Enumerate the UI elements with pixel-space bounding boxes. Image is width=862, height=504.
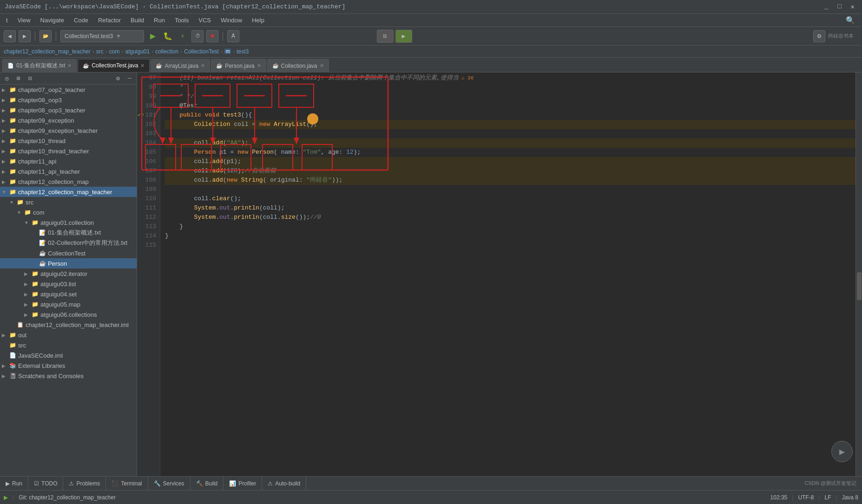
tree-chapter08b[interactable]: ▶ 📁 chapter08_oop3_teacher	[0, 105, 137, 115]
tree-file-txt2[interactable]: 📝 02-Collection中的常用方法.txt	[0, 238, 137, 248]
tree-chapter12b[interactable]: ▼ 📁 chapter12_collection_map_teacher	[0, 187, 137, 197]
camera-button[interactable]: ▶	[395, 30, 412, 43]
search-icon[interactable]: 🔍	[846, 16, 855, 25]
breadcrumb-com[interactable]: com	[109, 48, 120, 55]
line-num-106: 106	[137, 157, 156, 166]
bottom-tab-autobuild[interactable]: ⚠ Auto-build	[262, 477, 306, 491]
menu-refactor[interactable]: Refactor	[94, 16, 125, 25]
terminal-icon: ⬛	[112, 480, 118, 487]
tree-atguigu04[interactable]: ▶ 📁 atguigu04.set	[0, 289, 137, 299]
tree-chapter09b[interactable]: ▶ 📁 chapter09_exception_teacher	[0, 125, 137, 136]
tab-al-close[interactable]: ✕	[201, 63, 205, 69]
tree-atguigu02[interactable]: ▶ 📁 atguigu02.iterator	[0, 268, 137, 279]
scrollbar-vertical[interactable]	[855, 72, 862, 490]
tree-chapter08a[interactable]: ▶ 📁 chapter08_oop3	[0, 95, 137, 105]
menu-build[interactable]: Build	[127, 16, 148, 25]
menu-vcs[interactable]: VCS	[195, 16, 215, 25]
back-button[interactable]: ◀	[4, 30, 16, 42]
tree-chapter07[interactable]: ▶ 📁 chapter07_oop2_teacher	[0, 85, 137, 95]
coverage-button[interactable]: ⚡	[177, 30, 189, 42]
tab-arraylist[interactable]: ☕ ArrayList.java ✕	[151, 59, 210, 72]
tree-chapter09a[interactable]: ▶ 📁 chapter09_exception	[0, 115, 137, 125]
tree-chapter10b[interactable]: ▶ 📁 chapter10_thread_teacher	[0, 146, 137, 156]
sidebar-locate-icon[interactable]: ◎	[2, 73, 12, 84]
tree-chapter10a[interactable]: ▶ 📁 chapter10_thread	[0, 136, 137, 146]
tab-txt-close[interactable]: ✕	[67, 63, 72, 69]
tab-col-close[interactable]: ✕	[320, 63, 324, 69]
recent-files-button[interactable]: 📂	[39, 30, 52, 42]
tab-person-close[interactable]: ✕	[257, 63, 261, 69]
breadcrumb-collection[interactable]: collection	[155, 48, 178, 55]
menu-window[interactable]: Window	[217, 16, 246, 25]
tab-txt[interactable]: 📄 01-集合框架概述.txt ✕	[2, 59, 77, 72]
tab-collectiontest[interactable]: ☕ CollectionTest.java ✕	[78, 59, 150, 72]
profiler-icon: 📊	[229, 480, 236, 487]
run-config-dropdown[interactable]: CollectionTest.test3 ▼	[60, 30, 144, 42]
menu-help[interactable]: Help	[248, 16, 268, 25]
todo-icon: ☑	[34, 480, 39, 487]
tree-src[interactable]: ▼ 📁 src	[0, 197, 137, 207]
tree-atguigu03[interactable]: ▶ 📁 atguigu03.list	[0, 279, 137, 289]
breadcrumb-ct[interactable]: CollectionTest	[184, 48, 219, 55]
tree-iml[interactable]: 📋 chapter12_collection_map_teacher.iml	[0, 320, 137, 330]
close-button[interactable]: ✕	[848, 3, 857, 11]
code-editor[interactable]: (11) boolean retainAll(Collection coll):…	[160, 72, 862, 490]
menu-navigate[interactable]: Navigate	[37, 16, 68, 25]
breadcrumb-project[interactable]: chapter12_collection_map_teacher	[4, 48, 91, 55]
sidebar-settings-icon[interactable]: ⚙	[113, 73, 123, 84]
profile-button[interactable]: ⏱	[191, 30, 204, 42]
translate-button[interactable]: A	[227, 30, 239, 42]
menu-run[interactable]: Run	[150, 16, 169, 25]
tree-out[interactable]: ▶ 📁 out	[0, 330, 137, 340]
breadcrumb-src[interactable]: src	[96, 48, 104, 55]
sidebar-hide-icon[interactable]: —	[125, 73, 135, 84]
tree-file-txt1[interactable]: 📝 01-集合框架概述.txt	[0, 228, 137, 238]
sidebar-expand-icon[interactable]: ⊞	[13, 73, 24, 84]
todo-label: TODO	[41, 480, 57, 487]
tree-file-ct[interactable]: ☕ CollectionTest	[0, 248, 137, 258]
maximize-button[interactable]: □	[835, 3, 844, 11]
tree-chapter12a[interactable]: ▶ 📁 chapter12_collection_map	[0, 177, 137, 187]
run-button[interactable]: ▶	[147, 30, 159, 42]
tree-atguigu01[interactable]: ▼ 📁 atguigu01.collection	[0, 217, 137, 228]
tree-atguigu06[interactable]: ▶ 📁 atguigu06.collections	[0, 309, 137, 320]
tree-jseiml[interactable]: 📄 JavaSECode.iml	[0, 350, 137, 360]
bottom-tab-problems[interactable]: ⚠ Problems	[63, 477, 106, 491]
bottom-tab-services[interactable]: 🔧 Services	[148, 477, 191, 491]
forward-button[interactable]: ▶	[19, 30, 31, 42]
minimize-button[interactable]: _	[822, 3, 831, 11]
editor-area[interactable]: 97 98 99 100 ✔ ⬇ 101 102 103 104 105 106…	[137, 72, 862, 490]
tree-atguigu05[interactable]: ▶ 📁 atguigu05.map	[0, 299, 137, 309]
tree-file-person[interactable]: ☕ Person	[0, 258, 137, 268]
screen-share-button[interactable]: ⊡	[377, 30, 394, 43]
bottom-tab-build[interactable]: 🔨 Build	[191, 477, 224, 491]
stop-button[interactable]: ■	[206, 30, 218, 42]
autobuild-label: Auto-build	[275, 480, 300, 487]
ct-java-icon: ☕	[83, 63, 89, 69]
debug-button[interactable]: 🐛	[162, 30, 174, 42]
navigate-button[interactable]: ▶	[831, 441, 853, 462]
menu-code[interactable]: Code	[70, 16, 92, 25]
bottom-tab-profiler[interactable]: 📊 Profiler	[224, 477, 262, 491]
bottom-tab-run[interactable]: ▶ Run	[0, 477, 28, 491]
bottom-tab-todo[interactable]: ☑ TODO	[28, 477, 63, 491]
tree-chapter11a[interactable]: ▶ 📁 chapter11_api	[0, 156, 137, 166]
tree-chapter08a-label: chapter08_oop3	[18, 97, 62, 104]
menu-tools[interactable]: Tools	[171, 16, 192, 25]
breadcrumb-atguigu[interactable]: atguigu01	[125, 48, 150, 55]
code-line-100: @Test	[165, 101, 857, 111]
tab-person[interactable]: ☕ Person.java ✕	[211, 59, 266, 72]
tree-extlibs[interactable]: ▶ 📚 External Libraries	[0, 360, 137, 371]
sidebar-collapse-icon[interactable]: ⊟	[25, 73, 35, 84]
bottom-tab-terminal[interactable]: ⬛ Terminal	[106, 477, 148, 491]
tab-collection[interactable]: ☕ Collection.java ✕	[267, 59, 329, 72]
gear-icon[interactable]: ⚙	[813, 30, 825, 42]
menu-file[interactable]: t	[2, 16, 12, 25]
tree-com[interactable]: ▼ 📁 com	[0, 207, 137, 217]
menu-view[interactable]: View	[14, 16, 34, 25]
tab-ct-close[interactable]: ✕	[140, 63, 145, 69]
tree-chapter11b[interactable]: ▶ 📁 chapter11_api_teacher	[0, 166, 137, 177]
breadcrumb-test3[interactable]: test3	[237, 48, 249, 55]
tree-scratches[interactable]: ▶ 📓 Scratches and Consoles	[0, 371, 137, 381]
tree-src2[interactable]: 📁 src	[0, 340, 137, 350]
